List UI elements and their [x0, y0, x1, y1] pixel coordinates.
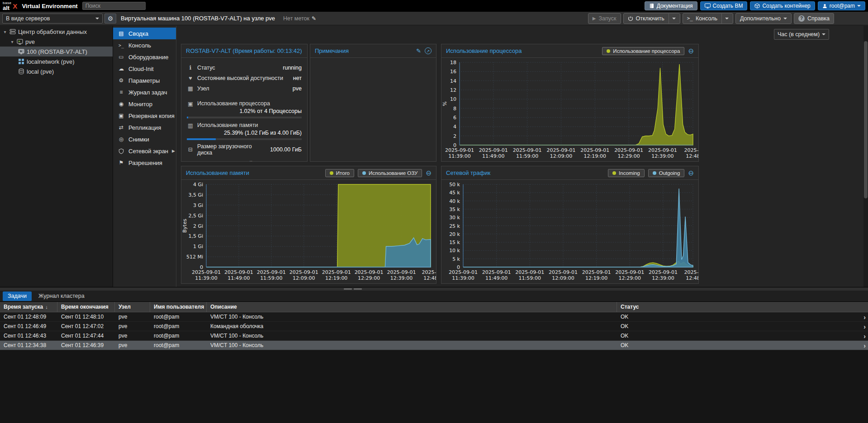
svg-text:45 k: 45 k: [449, 190, 460, 196]
console-dropdown[interactable]: [721, 14, 729, 24]
user-menu-button[interactable]: root@pam: [818, 1, 865, 10]
legend-dot: [330, 171, 333, 175]
menu-item-label: Консоль: [128, 42, 151, 49]
task-row[interactable]: Сент 01 12:46:49 Сент 01 12:47:02 pve ro…: [0, 322, 868, 331]
tab-cluster-log[interactable]: Журнал кластера: [33, 291, 90, 301]
minus-circle-icon[interactable]: ⊖: [688, 47, 694, 54]
chevron-right-icon[interactable]: ›: [863, 322, 866, 331]
documentation-button[interactable]: Документация: [645, 1, 697, 10]
shutdown-label: Отключить: [636, 15, 664, 22]
cpu-chart-header: Использование процессора Использование п…: [441, 44, 698, 58]
network-in-legend-chip[interactable]: Incoming: [608, 169, 645, 177]
status-label: Состояние высокой доступности: [197, 75, 283, 81]
menu-item-firewall[interactable]: Сетевой экран ▶: [113, 145, 176, 157]
status-panel-body: ℹ Статус running ♥ Состояние высокой дос…: [181, 58, 307, 162]
menu-item-backup[interactable]: ▣Резервная копия: [113, 110, 176, 122]
column-header-end-time[interactable]: Время окончания: [57, 302, 115, 312]
task-row[interactable]: Сент 01 12:46:43 Сент 01 12:47:44 pve ro…: [0, 331, 868, 341]
column-header-status[interactable]: Статус: [617, 302, 868, 312]
task-node: pve: [115, 333, 150, 339]
chevron-right-icon[interactable]: ›: [863, 331, 866, 341]
task-status: OK: [617, 342, 868, 348]
minus-circle-icon[interactable]: ⊖: [426, 169, 432, 176]
svg-text:8: 8: [453, 106, 456, 112]
menu-item-snapshots[interactable]: ◎Снимки: [113, 133, 176, 145]
content-scrollbar-thumb[interactable]: [864, 41, 868, 198]
minus-circle-icon[interactable]: ⊖: [688, 169, 694, 176]
tree-item-node-pve[interactable]: ▾ pve: [0, 37, 113, 47]
caret-down-icon: [822, 33, 825, 35]
column-header-node[interactable]: Узел: [115, 302, 150, 312]
column-header-user[interactable]: Имя пользователя: [150, 302, 207, 312]
task-user: root@pam: [150, 342, 207, 348]
flag-icon: ⚑: [118, 160, 125, 166]
chevron-right-icon[interactable]: ›: [863, 341, 866, 350]
task-row-selected[interactable]: Сент 01 12:34:38 Сент 01 12:46:39 pve ro…: [0, 341, 868, 350]
search-input[interactable]: [82, 2, 146, 10]
column-header-description[interactable]: Описание: [207, 302, 617, 312]
menu-item-label: Сетевой экран: [128, 148, 168, 155]
svg-text:4 Gi: 4 Gi: [193, 182, 203, 188]
monitor-icon: [705, 3, 711, 9]
view-settings-button[interactable]: ⚙: [104, 14, 116, 24]
tree-item-datacenter[interactable]: ▾ Центр обработки данных: [0, 27, 113, 37]
cpu-legend-chip[interactable]: Использование процессора: [602, 47, 684, 55]
more-button[interactable]: Дополнительно: [735, 13, 792, 24]
svg-text:12:09:00: 12:09:00: [552, 275, 574, 281]
edit-tags-icon[interactable]: ✎: [312, 15, 316, 22]
network-icon: [18, 58, 24, 65]
caret-down-icon: [672, 18, 676, 19]
tree-item-vm-100[interactable]: 100 (ROSTAB-V7-ALT): [0, 47, 113, 56]
edit-notes-icon[interactable]: ✎: [416, 47, 421, 54]
task-row[interactable]: Сент 01 12:48:09 Сент 01 12:48:10 pve ro…: [0, 312, 868, 322]
menu-item-cloudinit[interactable]: ☁Cloud-Init: [113, 63, 176, 75]
chevron-right-icon[interactable]: ›: [863, 312, 866, 322]
help-button[interactable]: ? Справка: [794, 13, 834, 24]
svg-text:2025-09-01: 2025-09-01: [582, 269, 611, 275]
cpu-progress-bar: [187, 117, 302, 118]
status-value: pve: [293, 85, 302, 92]
splitter-handle[interactable]: [344, 288, 362, 290]
console-button[interactable]: >_ Консоль: [683, 13, 733, 24]
tree-item-localnetwork[interactable]: localnetwork (pve): [0, 56, 113, 66]
create-container-label: Создать контейнер: [762, 3, 810, 9]
create-container-button[interactable]: Создать контейнер: [750, 1, 815, 10]
status-label: Использование памяти: [197, 122, 258, 128]
svg-text:2025-09-01: 2025-09-01: [257, 269, 286, 275]
menu-item-monitor[interactable]: ◉Монитор: [113, 98, 176, 110]
shutdown-button[interactable]: Отключить: [623, 13, 680, 24]
topbar-actions: Документация Создать ВМ Создать контейне…: [645, 1, 865, 10]
start-button[interactable]: ▶ Запуск: [588, 13, 621, 24]
notes-panel-header: Примечания ✎ ↗: [310, 44, 436, 58]
power-icon: [628, 16, 633, 21]
memory-used-legend-chip[interactable]: Использование ОЗУ: [358, 169, 422, 177]
open-notes-icon[interactable]: ↗: [425, 47, 432, 54]
svg-text:2,5 Gi: 2,5 Gi: [188, 213, 203, 219]
question-icon: ?: [798, 15, 805, 22]
svg-text:2025-0: 2025-0: [422, 269, 436, 275]
time-range-select[interactable]: Час (в среднем): [774, 29, 829, 40]
menu-item-permissions[interactable]: ⚑Разрешения: [113, 157, 176, 169]
column-header-start-time[interactable]: Время запуска↓: [0, 302, 57, 312]
svg-text:12:48: 12:48: [423, 275, 436, 281]
tab-tasks[interactable]: Задачи: [3, 291, 32, 301]
menu-item-hardware[interactable]: ▭Оборудование: [113, 51, 176, 63]
menu-item-task-history[interactable]: ≡Журнал задач: [113, 86, 176, 98]
menu-item-label: Резервная копия: [128, 113, 175, 119]
menu-item-console[interactable]: >_Консоль: [113, 39, 176, 51]
network-out-legend-chip[interactable]: Outgoing: [648, 169, 685, 177]
content-scrollbar[interactable]: [863, 26, 868, 287]
shutdown-dropdown[interactable]: [669, 14, 676, 24]
task-node: pve: [115, 314, 150, 320]
tree-item-local-storage[interactable]: local (pve): [0, 66, 113, 76]
menu-item-summary[interactable]: ▤Сводка: [113, 28, 176, 39]
memory-total-legend-chip[interactable]: Итого: [325, 169, 354, 177]
create-vm-button[interactable]: Создать ВМ: [700, 1, 748, 10]
chevron-down-icon[interactable]: ▾: [3, 29, 7, 34]
view-mode-select[interactable]: В виде серверов: [2, 14, 103, 24]
menu-item-options[interactable]: ⚙Параметры: [113, 75, 176, 86]
chevron-down-icon[interactable]: ▾: [10, 39, 14, 44]
task-status: OK: [617, 333, 868, 339]
menu-item-replication[interactable]: ⇄Репликация: [113, 122, 176, 133]
panel-splitter[interactable]: [0, 287, 868, 291]
